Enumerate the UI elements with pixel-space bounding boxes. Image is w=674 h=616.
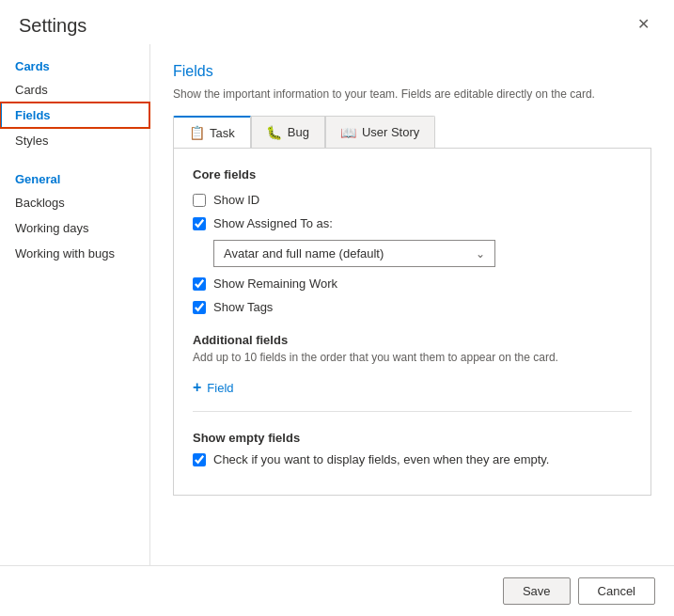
cancel-button[interactable]: Cancel: [578, 577, 655, 605]
sidebar-item-fields[interactable]: Fields: [0, 103, 149, 128]
show-tags-label: Show Tags: [213, 300, 273, 314]
show-remaining-label: Show Remaining Work: [213, 276, 337, 291]
tab-bar: 📋 Task 🐛 Bug 📖 User Story: [173, 116, 651, 148]
sidebar-item-styles[interactable]: Styles: [0, 128, 149, 153]
empty-fields-section: Show empty fields Check if you want to d…: [193, 431, 632, 466]
task-icon: 📋: [189, 125, 204, 140]
show-assigned-label: Show Assigned To as:: [213, 216, 333, 230]
additional-fields-desc: Add up to 10 fields in the order that yo…: [193, 351, 632, 364]
sidebar-item-backlogs[interactable]: Backlogs: [0, 190, 149, 215]
show-id-row: Show ID: [193, 193, 632, 207]
sidebar-item-working-days[interactable]: Working days: [0, 215, 149, 241]
sidebar: Cards Cards Fields Styles General Backlo…: [0, 44, 150, 565]
show-remaining-row: Show Remaining Work: [193, 276, 632, 291]
show-remaining-checkbox[interactable]: [193, 277, 206, 291]
dropdown-value: Avatar and full name (default): [224, 246, 384, 261]
divider: [193, 411, 632, 412]
core-fields-title: Core fields: [193, 167, 632, 182]
tab-bug-label: Bug: [288, 125, 309, 139]
assigned-dropdown[interactable]: Avatar and full name (default) ⌄: [213, 240, 495, 267]
fields-section-desc: Show the important information to your t…: [173, 87, 651, 101]
show-empty-row: Check if you want to display fields, eve…: [193, 452, 632, 466]
add-field-button[interactable]: + Field: [193, 375, 234, 400]
show-tags-checkbox[interactable]: [193, 301, 206, 314]
empty-fields-title: Show empty fields: [193, 431, 632, 445]
show-empty-checkbox[interactable]: [193, 453, 206, 466]
main-content: Fields Show the important information to…: [150, 44, 674, 565]
fields-section-title: Fields: [173, 63, 651, 80]
additional-fields-title: Additional fields: [193, 333, 632, 347]
story-icon: 📖: [341, 125, 356, 140]
dialog-footer: Save Cancel: [0, 565, 674, 616]
dialog-header: Settings ✕: [0, 0, 674, 44]
tab-task-label: Task: [210, 126, 235, 140]
add-field-label: Field: [207, 381, 233, 395]
additional-fields-section: Additional fields Add up to 10 fields in…: [193, 333, 632, 400]
sidebar-section-cards: Cards: [0, 52, 149, 77]
tab-user-story[interactable]: 📖 User Story: [325, 116, 435, 148]
show-id-label: Show ID: [213, 193, 259, 207]
show-tags-row: Show Tags: [193, 300, 632, 314]
tab-bug[interactable]: 🐛 Bug: [251, 116, 325, 148]
content-panel: Core fields Show ID Show Assigned To as:…: [173, 148, 651, 496]
dialog-body: Cards Cards Fields Styles General Backlo…: [0, 44, 674, 565]
show-assigned-row: Show Assigned To as:: [193, 216, 632, 230]
settings-dialog: Settings ✕ Cards Cards Fields Styles Gen…: [0, 0, 674, 616]
chevron-down-icon: ⌄: [476, 247, 485, 261]
save-button[interactable]: Save: [503, 577, 571, 605]
show-assigned-checkbox[interactable]: [193, 217, 206, 230]
sidebar-item-cards[interactable]: Cards: [0, 77, 149, 103]
show-empty-label: Check if you want to display fields, eve…: [213, 452, 549, 466]
bug-icon: 🐛: [267, 125, 282, 140]
tab-task[interactable]: 📋 Task: [173, 116, 251, 148]
dialog-title: Settings: [19, 15, 86, 37]
sidebar-item-working-bugs[interactable]: Working with bugs: [0, 241, 149, 266]
close-button[interactable]: ✕: [632, 15, 655, 34]
plus-icon: +: [193, 379, 201, 396]
assigned-dropdown-wrapper: Avatar and full name (default) ⌄: [213, 240, 632, 267]
show-id-checkbox[interactable]: [193, 194, 206, 207]
tab-user-story-label: User Story: [362, 125, 419, 139]
sidebar-section-general: General: [0, 165, 149, 190]
